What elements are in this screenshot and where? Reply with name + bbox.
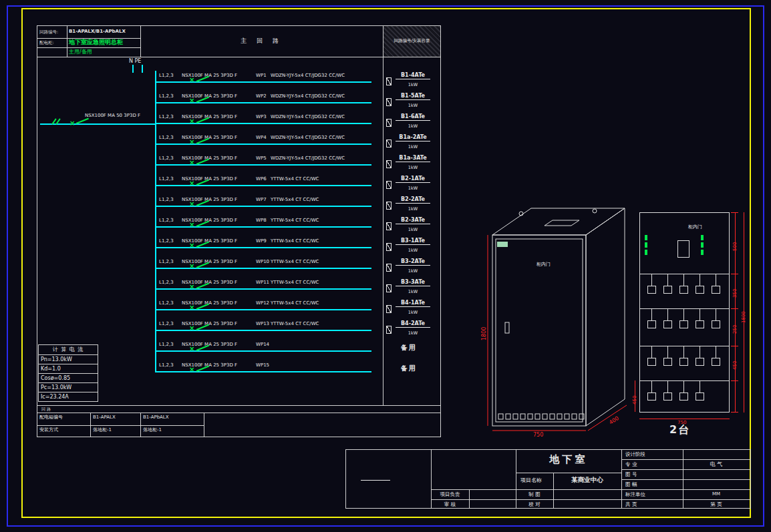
- wp-label: WP3: [256, 115, 267, 119]
- unit-label: 标注单位: [625, 492, 645, 497]
- load-box-symbol: [386, 264, 392, 272]
- circuit-row: L1,2,3NSX100F MA 25 3P3D FWP9YTTW-5x4 CT…: [155, 236, 441, 255]
- circuit-row: L1,2,3NSX100F MA 25 3P3D FWP6YTTW-5x4 CT…: [155, 174, 441, 193]
- power-label: 1kW: [396, 331, 430, 336]
- breaker-symbol-x: ×: [189, 139, 194, 146]
- front-dim-tick-6: [731, 412, 738, 413]
- circuit-line: [155, 81, 371, 83]
- pe-tick: [142, 65, 143, 73]
- destination-label: B2-2ATe: [396, 197, 430, 204]
- panel-label: 配电柜:: [39, 41, 54, 45]
- front-view-breaker-stub: [667, 380, 668, 392]
- front-view-breaker-box: [712, 320, 720, 328]
- front-view-breaker-stub: [700, 308, 700, 320]
- destination-label: B1-6ATe: [396, 114, 430, 121]
- circuit-row: L1,2,3NSX100F MA 25 3P3D FWP5WDZN-YJY-5x…: [155, 154, 441, 172]
- bottom-table-div-2: [140, 413, 141, 437]
- cable-label: YTTW-5x4 CT CC/WC: [271, 218, 319, 223]
- cabinet-3d-outline: [492, 208, 625, 426]
- main-breaker-symbol-x: ×: [69, 120, 75, 127]
- cable-label: YTTW-5x4 CT CC/WC: [271, 280, 319, 285]
- tb-h2: [431, 489, 751, 490]
- front-dim-450: 450: [733, 361, 738, 370]
- wp-label: WP1: [256, 73, 267, 78]
- circuit-row: L1,2,3NSX100F MA 25 3P3D FWP12YTTW-5x4 C…: [155, 298, 441, 317]
- wp-label: WP5: [256, 156, 267, 161]
- calc-row: Cosø=0.85: [39, 373, 98, 382]
- breaker-symbol-x: ×: [189, 222, 194, 228]
- phase-label: L1,2,3: [159, 322, 174, 326]
- front-total-dim-text: 1800: [742, 311, 746, 323]
- load-box-symbol: [386, 222, 392, 230]
- page-no-label: 第 页: [683, 502, 750, 507]
- cabinet-3d-dim-texts: 750 1800 400: [481, 327, 620, 438]
- bottom-table-cell: 落地柜-1: [143, 428, 162, 433]
- breaker-symbol-x: ×: [189, 160, 194, 166]
- destination-label: B1a-3ATe: [396, 156, 430, 162]
- breaker-symbol-x: ×: [189, 118, 194, 125]
- npe-label: N PE: [129, 59, 141, 64]
- circuit-line: [155, 123, 371, 124]
- power-label: 1kW: [396, 310, 430, 315]
- front-view-left-label-mark-3: [645, 250, 647, 255]
- breaker-symbol-x: ×: [189, 242, 194, 249]
- destination-label: B2-1ATe: [396, 176, 430, 183]
- circuit-row: L1,2,3NSX100F MA 25 3P3D FWP2WDZN-YJY-5x…: [155, 91, 441, 110]
- circuit-row: L1,2,3NSX100F MA 25 3P3D FWP3WDZN-YJY-5x…: [155, 112, 441, 131]
- load-box-symbol: [386, 119, 392, 127]
- stage-label: 设计阶段: [625, 452, 645, 457]
- wp-label: WP12: [256, 301, 269, 306]
- front-view-breaker-stub: [651, 380, 652, 392]
- front-view-breaker-box: [696, 320, 704, 328]
- dwg-no-label: 图 号: [625, 472, 637, 477]
- front-view-breaker-stub: [700, 274, 700, 286]
- destination-label: B2-3ATe: [396, 218, 430, 224]
- circuit-line: [155, 330, 371, 331]
- phase-label: L1,2,3: [159, 363, 174, 368]
- sheet-label: 图 幅: [625, 482, 637, 487]
- front-view-breaker-box: [679, 286, 688, 294]
- front-view-breaker-box: [679, 392, 688, 401]
- cabinet-nameplate: [497, 242, 508, 247]
- circuit-line: [155, 226, 371, 228]
- wp-label: WP9: [256, 239, 267, 244]
- calc-row: Ic=23.24A: [39, 392, 98, 401]
- front-view-right-label-mark-1: [701, 235, 704, 240]
- circuit-line: [155, 102, 371, 103]
- bottom-table-cell: 落地柜-1: [93, 428, 112, 433]
- front-view-breaker-stub: [716, 274, 716, 286]
- spare-label: 备用: [401, 344, 417, 351]
- front-view-breaker-stub: [651, 308, 652, 320]
- pm-label: 项目负责: [431, 492, 469, 497]
- dim-width-text: 750: [533, 432, 543, 438]
- circuit-line: [155, 185, 371, 186]
- destination-label: B3-2ATe: [396, 259, 430, 266]
- breaker-symbol-x: ×: [189, 77, 194, 83]
- circuit-row: L1,2,3NSX100F MA 25 3P3D FWP13YTTW-5x4 C…: [155, 319, 441, 338]
- load-box-symbol: [386, 77, 392, 85]
- front-view-breaker-stub: [683, 274, 684, 286]
- front-view-breaker-box: [696, 286, 704, 294]
- circuit-row: L1,2,3NSX100F MA 25 3P3D FWP4WDZN-YJY-5x…: [155, 133, 441, 152]
- main-breaker-label: NSX100F MA 50 3P3D F: [85, 113, 140, 118]
- quantity-note: 2台: [669, 425, 690, 435]
- front-view-breaker-box: [679, 320, 688, 328]
- circuit-row: L1,2,3NSX100F MA 25 3P3D FWP10YTTW-5x4 C…: [155, 257, 441, 276]
- front-view-breaker-stub: [667, 346, 668, 358]
- phase-label: L1,2,3: [159, 177, 174, 182]
- front-view-breaker-stub: [667, 274, 668, 286]
- front-dim-500: 500: [733, 242, 738, 251]
- front-view-breaker-box: [663, 320, 672, 328]
- front-view-breaker-box: [696, 358, 704, 366]
- cabinet-3d-view: 柜内门 750 1800 400: [480, 199, 633, 443]
- front-view-left-label-mark-1: [645, 235, 647, 240]
- bottom-strip-top-line: [37, 405, 441, 406]
- spare-label: 备用: [401, 365, 417, 372]
- cable-label: WDZN-YJY-5x4 CT/JDG32 CC/WC: [271, 94, 345, 99]
- cad-drawing-page: 回路编号: B1-APALX/B1-APbALX 配电柜: 地下室应急照明总柜 …: [0, 0, 771, 532]
- cable-label: YTTW-5x4 CT CC/WC: [271, 239, 319, 244]
- circuit-line: [155, 164, 371, 166]
- circuit-line: [155, 144, 371, 145]
- front-view-breaker-box: [696, 392, 704, 401]
- bottom-table-cell: 配电箱编号: [39, 415, 63, 420]
